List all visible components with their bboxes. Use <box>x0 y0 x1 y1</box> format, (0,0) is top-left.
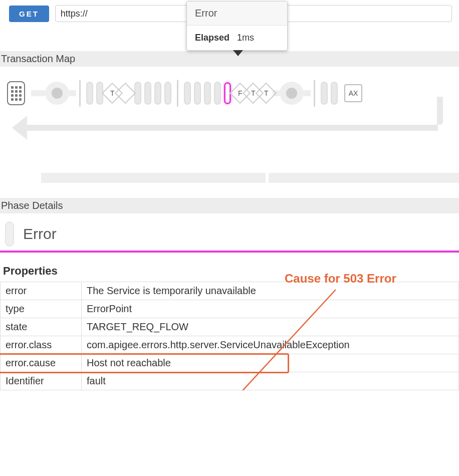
flow-step[interactable] <box>86 82 93 105</box>
prop-key: error <box>1 282 82 300</box>
table-row: state TARGET_REQ_FLOW <box>1 318 459 336</box>
flow-step[interactable] <box>164 82 171 105</box>
prop-value: Host not reachable <box>82 354 459 372</box>
transaction-map[interactable]: T F T T AX <box>0 67 459 137</box>
phase-title: Error <box>23 225 57 243</box>
flow-step[interactable] <box>214 82 221 105</box>
phase-title-row: Error <box>0 213 459 253</box>
table-row: error.class com.apigee.errors.http.serve… <box>1 336 459 354</box>
properties-table: error The Service is temporarily unavail… <box>0 282 459 390</box>
prop-key: Identifier <box>1 372 82 390</box>
transaction-map-header: Transaction Map <box>0 51 459 67</box>
prop-value: TARGET_REQ_FLOW <box>82 318 459 336</box>
step-tooltip: Error Elapsed 1ms <box>186 1 288 51</box>
prop-key: error.class <box>1 336 82 354</box>
prop-value: fault <box>82 372 459 390</box>
table-row-highlighted: error.cause Host not reachable <box>1 354 459 372</box>
prop-key: error.cause <box>1 354 82 372</box>
client-device-icon <box>7 81 25 105</box>
flow-node[interactable] <box>45 82 69 105</box>
flow-condition[interactable]: T <box>256 83 277 104</box>
tooltip-elapsed-value: 1ms <box>237 33 254 43</box>
prop-value-text: Host not reachable <box>87 357 171 368</box>
prop-key: type <box>1 300 82 318</box>
flow-step[interactable] <box>154 82 161 105</box>
table-row: Identifier fault <box>1 372 459 390</box>
tooltip-title: Error <box>187 2 287 26</box>
flow-step[interactable] <box>144 82 151 105</box>
tooltip-elapsed-label: Elapsed <box>195 33 230 43</box>
flow-step[interactable] <box>331 82 338 105</box>
table-row: type ErrorPoint <box>1 300 459 318</box>
tooltip-arrow-icon <box>233 50 243 56</box>
flow-step[interactable] <box>184 82 191 105</box>
scroll-track <box>0 173 459 183</box>
flow-step[interactable] <box>194 82 201 105</box>
flow-target-ax[interactable]: AX <box>344 84 362 102</box>
phase-step-icon <box>5 221 14 247</box>
prop-key: state <box>1 318 82 336</box>
http-method-button[interactable]: GET <box>9 6 49 22</box>
flow-step[interactable] <box>321 82 328 105</box>
flow-node[interactable] <box>280 82 304 105</box>
flow-step[interactable] <box>204 82 211 105</box>
tooltip-body: Elapsed 1ms <box>187 26 287 50</box>
prop-value: The Service is temporarily unavailable <box>82 282 459 300</box>
prop-value: ErrorPoint <box>82 300 459 318</box>
phase-details-header: Phase Details <box>0 198 459 213</box>
prop-value: com.apigee.errors.http.server.ServiceUna… <box>82 336 459 354</box>
annotation-label: Cause for 503 Error <box>285 272 396 286</box>
